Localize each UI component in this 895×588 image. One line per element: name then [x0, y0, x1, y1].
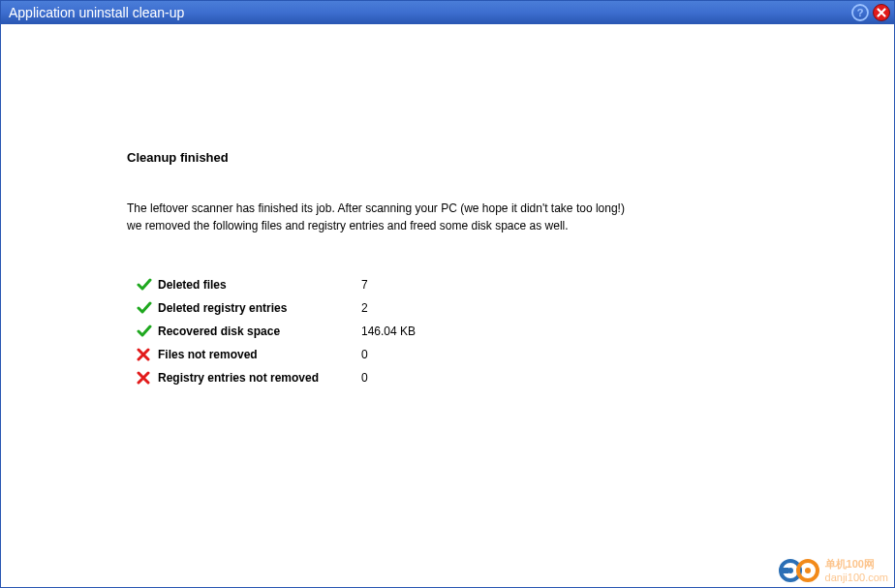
watermark-brand: 单机100网: [825, 557, 888, 572]
result-row: Recovered disk space 146.04 KB: [137, 320, 768, 343]
titlebar-buttons: ?: [851, 4, 890, 21]
result-row: Deleted files 7: [137, 273, 768, 296]
watermark: 单机100网 danji100.com: [779, 557, 888, 583]
x-icon: [137, 371, 158, 385]
results-list: Deleted files 7 Deleted registry entries…: [137, 273, 768, 389]
result-row: Registry entries not removed 0: [137, 366, 768, 389]
window: Application uninstall clean-up ? Cleanup…: [0, 0, 895, 588]
check-icon: [137, 277, 158, 293]
result-label: Recovered disk space: [158, 325, 361, 338]
watermark-url: danji100.com: [825, 572, 888, 583]
help-icon: ?: [851, 4, 869, 21]
svg-text:?: ?: [857, 7, 864, 18]
svg-rect-5: [782, 568, 788, 573]
result-label: Files not removed: [158, 348, 361, 361]
check-icon: [137, 300, 158, 316]
result-label: Registry entries not removed: [158, 371, 361, 385]
watermark-logo-icon: [779, 558, 821, 583]
result-value: 0: [361, 371, 458, 385]
result-value: 146.04 KB: [361, 325, 458, 338]
result-label: Deleted registry entries: [158, 301, 361, 315]
description: The leftover scanner has finished its jo…: [127, 200, 768, 234]
result-value: 0: [361, 348, 458, 361]
heading: Cleanup finished: [127, 150, 768, 165]
x-icon: [137, 348, 158, 361]
content-area: Cleanup finished The leftover scanner ha…: [1, 24, 894, 587]
result-row: Files not removed 0: [137, 343, 768, 366]
check-icon: [137, 324, 158, 339]
description-line1: The leftover scanner has finished its jo…: [127, 201, 625, 215]
window-title: Application uninstall clean-up: [9, 5, 851, 20]
result-value: 7: [361, 278, 458, 292]
description-line2: we removed the following files and regis…: [127, 219, 569, 232]
close-button[interactable]: [873, 4, 890, 21]
svg-point-7: [805, 568, 811, 573]
titlebar: Application uninstall clean-up ?: [1, 1, 894, 24]
result-label: Deleted files: [158, 278, 361, 292]
help-button[interactable]: ?: [851, 4, 869, 21]
result-row: Deleted registry entries 2: [137, 296, 768, 320]
result-value: 2: [361, 301, 458, 315]
close-icon: [873, 4, 890, 21]
